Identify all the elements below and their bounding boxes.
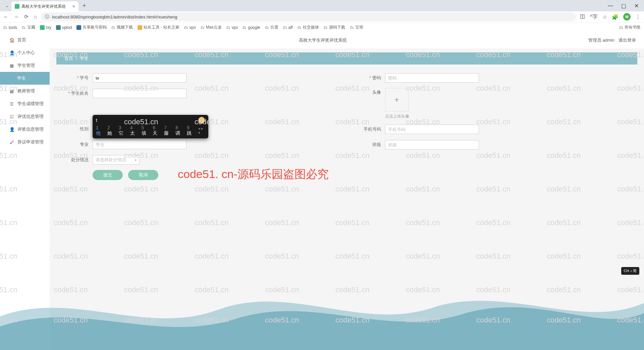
tool-icon <box>138 25 142 30</box>
bookmark-item[interactable]: 🗀vpn <box>184 25 196 30</box>
folder-icon: 🗀 <box>226 25 230 30</box>
ime-candidate[interactable]: 7藤 <box>164 125 171 136</box>
ime-candidate[interactable]: 2她 <box>107 125 114 136</box>
ime-candidate[interactable]: 4太 <box>130 125 137 136</box>
ime-emoji-icon[interactable] <box>198 117 205 124</box>
tab-title: 高校大学生评奖评优系统 <box>21 4 66 9</box>
tab-dropdown[interactable]: ⌄ <box>3 3 11 8</box>
bookmark-item[interactable]: 站长工具 - 站长之家 <box>138 25 179 30</box>
folder-icon: 🗀 <box>283 25 287 30</box>
all-bookmarks[interactable]: 🗀所有书签 <box>619 25 641 30</box>
folder-icon: 🗀 <box>298 25 302 30</box>
browser-tab[interactable]: 高校大学生评奖评优系统 × <box>11 1 78 11</box>
star-icon[interactable]: ☆ <box>602 14 607 20</box>
list-icon: ☰ <box>9 101 14 106</box>
sidebar-item-student[interactable]: 学生 <box>0 72 50 85</box>
check-icon: ☑ <box>9 114 14 119</box>
sidebar-item-home[interactable]: 🏠首页 <box>0 34 50 46</box>
url-bar: ← → ⟳ ⌂ ⓘ localhost:8080/springbootqbtn1… <box>0 11 644 22</box>
bookmark-item[interactable]: 🗀视频下载 <box>111 25 133 30</box>
breadcrumb-current: 学生 <box>80 55 89 61</box>
breadcrumb-home[interactable]: 首页 <box>64 55 73 61</box>
bookmark-item[interactable]: 🗀vps <box>226 25 238 30</box>
punish-select[interactable]: 请选择处分情况▾ <box>93 155 140 165</box>
major-label: 专业 <box>64 141 89 147</box>
bookmark-item[interactable]: 🗀宝藏 <box>22 25 35 30</box>
avatar-label: 头像 <box>357 88 381 95</box>
bookmark-item[interactable]: 🗀aff <box>283 25 293 30</box>
profile-avatar[interactable]: W <box>623 13 631 20</box>
major-input[interactable] <box>93 140 186 149</box>
extensions-icon[interactable]: 🧩 <box>612 14 619 20</box>
bookmark-item[interactable]: 🗀百度 <box>265 25 278 30</box>
decorative-wave <box>0 276 644 350</box>
password-input[interactable] <box>385 73 479 83</box>
url-text: localhost:8080/springbootqbtn1/admin/dis… <box>52 14 177 19</box>
ime-candidate[interactable]: 5填 <box>142 125 148 136</box>
folder-icon: 🗀 <box>22 25 26 30</box>
close-icon[interactable]: × <box>72 4 75 9</box>
password-label: 密码 <box>357 75 381 81</box>
ime-candidate[interactable]: 6天 <box>153 125 159 136</box>
site-info-icon[interactable]: ⓘ <box>45 14 49 20</box>
sidebar-item-teacher-mgmt[interactable]: ▦教师管理 <box>0 85 50 97</box>
cancel-button[interactable]: 取消 <box>128 170 158 180</box>
sidebar-item-objection-mgmt[interactable]: 🖉异议申请管理 <box>0 136 50 148</box>
ime-paging[interactable]: ◂ ▸ ▾ <box>198 126 205 135</box>
logout-link[interactable]: 退出登录 <box>619 37 636 43</box>
phone-input[interactable] <box>385 125 479 134</box>
sidebar-item-award-mgmt[interactable]: 👤评奖信息管理 <box>0 123 50 136</box>
bookmark-item[interactable]: txy <box>40 25 51 30</box>
user-role: 管理员 admin <box>588 37 614 43</box>
new-tab-button[interactable]: + <box>80 2 88 9</box>
reload-icon[interactable]: ⟳ <box>24 14 29 20</box>
folder-icon: 🗀 <box>111 25 115 30</box>
student-id-input[interactable] <box>93 73 186 83</box>
sidebar-item-excellence-mgmt[interactable]: ☑评优信息管理 <box>0 110 50 123</box>
bookmark-item[interactable]: 🗀源码下载 <box>324 25 345 30</box>
favicon-icon <box>15 4 19 9</box>
minimize-icon[interactable]: — <box>608 3 613 9</box>
ime-candidate[interactable]: 3它 <box>119 125 125 136</box>
page-title: 高校大学生评奖评优系统 <box>58 37 588 43</box>
user-icon: 👤 <box>9 50 14 55</box>
bookmark-item[interactable]: 🗀社交媒体 <box>298 25 319 30</box>
ime-candidate[interactable]: 8调 <box>175 125 182 136</box>
key-icon[interactable]: ⚿ <box>580 14 585 20</box>
submit-button[interactable]: 提交 <box>93 170 123 180</box>
sidebar-item-profile[interactable]: 👤个人中心 <box>0 46 50 59</box>
translate-icon[interactable]: ᴬ字 <box>590 13 598 20</box>
edit-icon: 🖉 <box>9 140 14 145</box>
home-icon: 🏠 <box>9 38 14 43</box>
bookmark-item[interactable]: 🗀google <box>243 25 260 30</box>
upload-icon <box>56 25 61 30</box>
sidebar-item-student-mgmt[interactable]: ▦学生管理 <box>0 59 50 72</box>
bookmark-item[interactable]: 共享账号密码 <box>76 25 107 30</box>
menu-icon[interactable]: ⋮ <box>635 14 641 20</box>
student-name-input[interactable] <box>93 89 186 98</box>
folder-icon: 🗀 <box>350 25 354 30</box>
avatar-upload[interactable]: + <box>385 88 409 112</box>
maximize-icon[interactable]: ▢ <box>621 3 626 9</box>
ime-indicator[interactable]: CH ♪ 简 <box>621 267 640 275</box>
sidebar-item-grade-mgmt[interactable]: ☰学生成绩管理 <box>0 97 50 110</box>
close-window-icon[interactable]: ✕ <box>634 3 639 9</box>
bookmark-item[interactable]: 🗀tools <box>3 25 17 30</box>
forward-icon[interactable]: → <box>14 14 19 20</box>
form-right-column: 密码 头像 + 点击上传头像 手机号码 班级 <box>357 73 629 180</box>
url-input[interactable]: ⓘ localhost:8080/springbootqbtn1/admin/d… <box>41 12 576 21</box>
ime-candidate[interactable]: 1他 <box>96 125 103 136</box>
student-id-label: 学号 <box>64 75 89 81</box>
back-icon[interactable]: ← <box>3 14 8 20</box>
ime-candidate[interactable]: 9跳 <box>187 125 194 136</box>
bookmark-item[interactable]: 🗀Max云桌 <box>201 25 222 30</box>
phone-label: 手机号码 <box>357 126 381 132</box>
home-icon[interactable]: ⌂ <box>34 14 37 20</box>
bookmarks-bar: 🗀tools 🗀宝藏 txy uplod 共享账号密码 🗀视频下载 站长工具 -… <box>0 22 644 32</box>
bookmark-item[interactable]: 🗀宝塔 <box>350 25 363 30</box>
main-header: 高校大学生评奖评优系统 管理员 admin 退出登录 <box>50 32 644 48</box>
folder-icon: 🗀 <box>3 25 7 30</box>
plus-icon: + <box>394 95 399 104</box>
class-input[interactable] <box>385 140 479 149</box>
bookmark-item[interactable]: uplod <box>56 25 72 30</box>
